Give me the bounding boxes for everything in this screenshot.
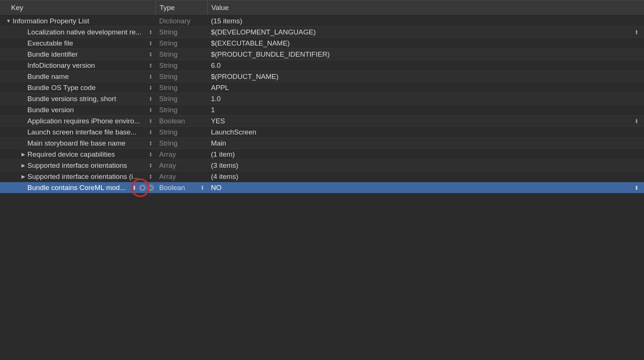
value-label[interactable]: YES: [211, 117, 634, 125]
type-cell[interactable]: String: [155, 27, 207, 37]
key-label[interactable]: Bundle version: [27, 106, 146, 114]
key-cell[interactable]: InfoDictionary version▲▼: [0, 60, 155, 71]
value-cell[interactable]: (4 items): [207, 171, 644, 182]
key-stepper-icon[interactable]: ▲▼: [148, 30, 153, 35]
key-cell[interactable]: Bundle OS Type code▲▼: [0, 82, 155, 93]
key-cell[interactable]: Bundle version▲▼: [0, 104, 155, 115]
key-cell[interactable]: Bundle contains CoreML mod...▲▼+−: [0, 182, 155, 193]
type-cell[interactable]: Array: [155, 171, 207, 182]
key-stepper-icon[interactable]: ▲▼: [148, 174, 153, 179]
value-cell[interactable]: $(PRODUCT_NAME): [207, 71, 644, 82]
type-stepper-icon[interactable]: ▲▼: [200, 185, 205, 190]
value-cell[interactable]: 1: [207, 104, 644, 115]
type-cell[interactable]: String: [155, 71, 207, 82]
key-label[interactable]: Main storyboard file base name: [27, 139, 146, 147]
type-cell[interactable]: String: [155, 104, 207, 115]
table-row[interactable]: ▶Supported interface orientations (i...▲…: [0, 171, 644, 182]
key-cell[interactable]: Bundle versions string, short▲▼: [0, 93, 155, 104]
value-cell[interactable]: YES▲▼: [207, 116, 644, 126]
key-cell[interactable]: Bundle identifier▲▼: [0, 49, 155, 60]
value-label[interactable]: Main: [211, 139, 644, 147]
value-cell[interactable]: (3 items): [207, 160, 644, 171]
value-cell[interactable]: (1 item): [207, 149, 644, 160]
key-stepper-icon[interactable]: ▲▼: [148, 119, 153, 124]
table-row[interactable]: Bundle name▲▼String$(PRODUCT_NAME): [0, 71, 644, 82]
table-row[interactable]: ▼Information Property ListDictionary(15 …: [0, 16, 644, 27]
type-cell[interactable]: Boolean▲▼: [155, 182, 207, 193]
value-label[interactable]: $(EXECUTABLE_NAME): [211, 39, 644, 47]
key-label[interactable]: Bundle OS Type code: [27, 84, 146, 92]
disclosure-down-icon[interactable]: ▼: [6, 18, 11, 24]
value-label[interactable]: $(PRODUCT_NAME): [211, 73, 644, 81]
key-stepper-icon[interactable]: ▲▼: [148, 52, 153, 57]
key-cell[interactable]: Localization native development re...▲▼: [0, 27, 155, 37]
key-stepper-icon[interactable]: ▲▼: [148, 41, 153, 46]
key-label[interactable]: Information Property List: [13, 17, 155, 25]
table-row[interactable]: Bundle contains CoreML mod...▲▼+−Boolean…: [0, 182, 644, 193]
value-cell[interactable]: APPL: [207, 82, 644, 93]
key-label[interactable]: InfoDictionary version: [27, 61, 146, 70]
value-cell[interactable]: LaunchScreen: [207, 127, 644, 137]
key-stepper-icon[interactable]: ▲▼: [148, 141, 153, 146]
disclosure-right-icon[interactable]: ▶: [21, 151, 26, 157]
key-label[interactable]: Supported interface orientations (i...: [27, 173, 146, 181]
key-stepper-icon[interactable]: ▲▼: [148, 96, 153, 101]
key-cell[interactable]: ▶Required device capabilities▲▼: [0, 149, 155, 160]
type-cell[interactable]: Array: [155, 160, 207, 171]
value-label[interactable]: (1 item): [211, 150, 644, 159]
value-label[interactable]: (3 items): [211, 161, 644, 170]
value-label[interactable]: 6.0: [211, 61, 644, 70]
header-key[interactable]: Key: [0, 0, 155, 15]
header-type[interactable]: Type: [155, 0, 207, 15]
value-label[interactable]: NO: [211, 184, 634, 192]
type-cell[interactable]: String: [155, 127, 207, 137]
value-cell[interactable]: Main: [207, 138, 644, 149]
table-row[interactable]: ▶Required device capabilities▲▼Array(1 i…: [0, 149, 644, 160]
key-label[interactable]: Required device capabilities: [27, 150, 146, 159]
table-row[interactable]: Application requires iPhone enviro...▲▼B…: [0, 116, 644, 127]
value-cell[interactable]: 6.0: [207, 60, 644, 71]
value-label[interactable]: (4 items): [211, 173, 644, 181]
header-value[interactable]: Value: [207, 0, 644, 15]
key-cell[interactable]: ▶Supported interface orientations▲▼: [0, 160, 155, 171]
key-label[interactable]: Bundle contains CoreML mod...: [27, 184, 130, 192]
key-stepper-icon[interactable]: ▲▼: [148, 152, 153, 157]
key-label[interactable]: Bundle versions string, short: [27, 95, 146, 103]
type-cell[interactable]: String: [155, 38, 207, 49]
key-cell[interactable]: ▼Information Property List: [0, 16, 155, 26]
disclosure-right-icon[interactable]: ▶: [21, 163, 26, 168]
value-stepper-icon[interactable]: ▲▼: [634, 30, 640, 35]
table-row[interactable]: Bundle identifier▲▼String$(PRODUCT_BUNDL…: [0, 49, 644, 60]
key-cell[interactable]: Executable file▲▼: [0, 38, 155, 49]
key-label[interactable]: Launch screen interface file base...: [27, 128, 146, 136]
value-label[interactable]: 1.0: [211, 95, 644, 103]
table-row[interactable]: Localization native development re...▲▼S…: [0, 27, 644, 38]
type-cell[interactable]: Array: [155, 149, 207, 160]
key-stepper-icon[interactable]: ▲▼: [148, 63, 153, 68]
remove-row-button[interactable]: −: [147, 184, 154, 191]
table-row[interactable]: InfoDictionary version▲▼String6.0: [0, 60, 644, 71]
value-cell[interactable]: $(EXECUTABLE_NAME): [207, 38, 644, 49]
key-stepper-icon[interactable]: ▲▼: [148, 85, 153, 90]
value-label[interactable]: (15 items): [211, 17, 644, 25]
value-cell[interactable]: $(DEVELOPMENT_LANGUAGE)▲▼: [207, 27, 644, 37]
key-label[interactable]: Application requires iPhone enviro...: [27, 117, 146, 125]
type-cell[interactable]: String: [155, 93, 207, 104]
value-label[interactable]: $(DEVELOPMENT_LANGUAGE): [211, 28, 634, 36]
key-stepper-icon[interactable]: ▲▼: [148, 163, 153, 168]
value-cell[interactable]: (15 items): [207, 16, 644, 26]
key-cell[interactable]: Application requires iPhone enviro...▲▼: [0, 116, 155, 126]
key-stepper-icon[interactable]: ▲▼: [148, 107, 153, 113]
type-cell[interactable]: String: [155, 49, 207, 60]
value-cell[interactable]: 1.0: [207, 93, 644, 104]
key-cell[interactable]: ▶Supported interface orientations (i...▲…: [0, 171, 155, 182]
table-row[interactable]: Launch screen interface file base...▲▼St…: [0, 127, 644, 138]
key-stepper-icon[interactable]: ▲▼: [132, 185, 137, 190]
type-cell[interactable]: String: [155, 82, 207, 93]
table-row[interactable]: Bundle OS Type code▲▼StringAPPL: [0, 82, 644, 93]
table-row[interactable]: Executable file▲▼String$(EXECUTABLE_NAME…: [0, 38, 644, 49]
key-stepper-icon[interactable]: ▲▼: [148, 74, 153, 79]
type-cell[interactable]: String: [155, 138, 207, 149]
type-cell[interactable]: Dictionary: [155, 16, 207, 26]
key-label[interactable]: Localization native development re...: [27, 28, 146, 36]
